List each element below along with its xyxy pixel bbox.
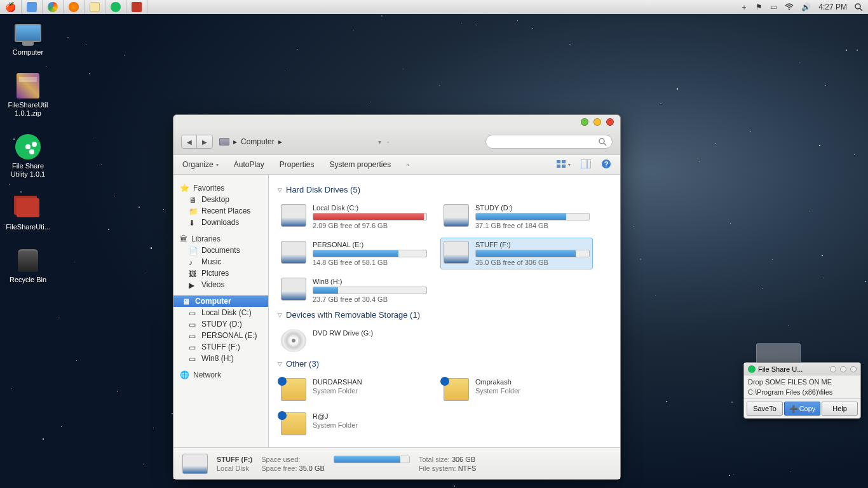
recent-icon: 📁	[189, 207, 198, 215]
sidebar-item-computer[interactable]: 🖥Computer	[173, 295, 268, 307]
command-bar: Organize▾ AutoPlay Properties System pro…	[173, 154, 620, 175]
drive-item[interactable]: STUDY (D:)37.1 GB free of 184 GB	[440, 201, 593, 233]
computer-icon: 🖥	[182, 297, 191, 305]
back-button[interactable]: ◀	[182, 135, 197, 148]
clock[interactable]: 4:27 PM	[818, 3, 847, 11]
group-hdd-head[interactable]: Hard Disk Drives (5)	[278, 185, 611, 194]
titlebar[interactable]	[173, 115, 620, 129]
chrome-icon[interactable]	[43, 0, 64, 14]
desktop-icon-fileshare[interactable]: File Share Utility 1.0.1	[3, 133, 53, 179]
drive-item[interactable]: OmprakashSystem Folder	[440, 375, 593, 404]
drive-item[interactable]: Local Disk (C:)2.09 GB free of 97.6 GB	[278, 201, 430, 233]
sidebar-item-drive-c[interactable]: ▭Local Disk (C:)	[173, 307, 268, 318]
drive-icon	[281, 412, 306, 435]
svg-rect-8	[562, 165, 566, 168]
doc-icon: 📄	[189, 247, 198, 254]
notes-icon[interactable]	[85, 0, 105, 14]
drive-item[interactable]: STUFF (F:)35.0 GB free of 306 GB	[440, 238, 593, 269]
desktop-icon-recycle[interactable]: Recycle Bin	[3, 247, 53, 284]
download-icon: ⬇	[189, 219, 198, 226]
drive-item[interactable]: PERSONAL (E:)14.8 GB free of 58.1 GB	[278, 238, 430, 269]
sidebar-item-recent[interactable]: 📁Recent Places	[173, 205, 268, 217]
app-icon[interactable]	[126, 0, 147, 14]
drive-item[interactable]: DVD RW Drive (G:)	[278, 326, 430, 355]
svg-rect-9	[581, 159, 591, 168]
library-icon: 🏛	[180, 234, 187, 243]
preview-pane-icon[interactable]	[581, 159, 591, 170]
drive-free: 14.8 GB free of 58.1 GB	[313, 259, 427, 266]
desktop-icon-computer[interactable]: Computer	[3, 19, 53, 57]
maximize-icon[interactable]	[593, 118, 601, 126]
apple-menu-icon[interactable]: 🍎	[0, 0, 22, 14]
fileshare-titlebar[interactable]: File Share U...	[744, 363, 860, 376]
drive-item[interactable]: R@JSystem Folder	[278, 409, 430, 438]
svg-point-1	[855, 4, 860, 9]
view-icon[interactable]: ▾	[557, 160, 571, 169]
volume-icon[interactable]: 🔊	[801, 3, 811, 11]
sidebar-item-music[interactable]: ♪Music	[173, 256, 268, 268]
flag-icon[interactable]: ⚑	[756, 3, 763, 11]
sidebar-libraries-head[interactable]: 🏛Libraries	[173, 233, 268, 245]
properties-button[interactable]: Properties	[280, 160, 315, 169]
music-icon: ♪	[189, 258, 198, 266]
sidebar-item-drive-f[interactable]: ▭STUFF (F:)	[173, 341, 268, 353]
sidebar-item-videos[interactable]: ▶Videos	[173, 279, 268, 290]
forward-button[interactable]: ▶	[197, 135, 212, 148]
sidebar-network-head[interactable]: 🌐Network	[173, 369, 268, 381]
organize-menu[interactable]: Organize▾	[182, 160, 219, 169]
drive-icon	[281, 241, 306, 264]
sidebar-item-documents[interactable]: 📄Documents	[173, 245, 268, 256]
add-icon[interactable]: ＋	[740, 2, 748, 13]
saveto-button[interactable]: SaveTo	[747, 402, 783, 416]
drive-sub: System Folder	[475, 387, 590, 395]
search-icon[interactable]	[855, 3, 863, 11]
minimize-icon[interactable]	[830, 366, 836, 372]
app-icon	[748, 365, 756, 373]
group-removable-head[interactable]: Devices with Removable Storage (1)	[278, 310, 611, 320]
share-icon[interactable]	[105, 0, 126, 14]
sidebar-item-downloads[interactable]: ⬇Downloads	[173, 217, 268, 228]
drive-name: STUDY (D:)	[475, 204, 590, 212]
explorer-window: ◀ ▶ ▸ Computer ▸ ▾ ◦ Organize▾ AutoPlay …	[173, 114, 621, 480]
battery-icon[interactable]: ▭	[770, 3, 777, 11]
desktop-icons: Computer FileShareUtil 1.0.1.zip File Sh…	[3, 19, 53, 284]
finder-icon[interactable]	[22, 0, 43, 14]
sidebar-item-drive-e[interactable]: ▭PERSONAL (E:)	[173, 330, 268, 341]
drive-icon	[182, 454, 208, 474]
drive-sub: System Folder	[313, 421, 427, 429]
breadcrumb-label: Computer	[241, 137, 275, 146]
star-icon: ⭐	[180, 184, 189, 193]
drive-item[interactable]: Win8 (H:)23.7 GB free of 30.4 GB	[278, 274, 430, 306]
drive-free: 35.0 GB free of 306 GB	[475, 259, 590, 266]
drive-name: Win8 (H:)	[313, 278, 427, 285]
breadcrumb[interactable]: ▸ Computer ▸	[219, 137, 282, 146]
fileshare-title: File Share U...	[758, 365, 803, 373]
maximize-icon[interactable]	[840, 366, 846, 372]
group-other-head[interactable]: Other (3)	[278, 359, 611, 369]
close-icon[interactable]	[606, 118, 614, 126]
help-button[interactable]: Help	[822, 402, 858, 416]
search-input[interactable]	[485, 135, 613, 149]
sidebar-item-pictures[interactable]: 🖼Pictures	[173, 268, 268, 279]
firefox-icon[interactable]	[64, 0, 85, 14]
desktop-icon-zip[interactable]: FileShareUtil 1.0.1.zip	[3, 72, 53, 118]
sidebar-item-drive-d[interactable]: ▭STUDY (D:)	[173, 318, 268, 330]
drive-name: Local Disk (C:)	[313, 204, 427, 212]
minimize-icon[interactable]	[581, 118, 588, 126]
dropdown-icon[interactable]: ▾ ◦	[378, 139, 389, 146]
drive-icon	[444, 241, 469, 264]
desktop-icon-folder[interactable]: FileShareUti...	[3, 194, 53, 231]
sidebar-favorites-head[interactable]: ⭐Favorites	[173, 182, 268, 194]
help-icon[interactable]: ?	[601, 159, 611, 171]
fileshare-drop-label: Drop SOME FILES ON ME	[748, 378, 857, 386]
svg-line-4	[604, 143, 606, 146]
close-icon[interactable]	[850, 366, 857, 372]
wifi-icon[interactable]	[785, 3, 794, 11]
system-properties-button[interactable]: System properties	[329, 160, 391, 169]
drive-item[interactable]: DURDARSHANSystem Folder	[278, 375, 430, 404]
svg-text:?: ?	[604, 160, 609, 168]
copy-button[interactable]: ➕Copy	[784, 402, 820, 416]
sidebar-item-desktop[interactable]: 🖥Desktop	[173, 194, 268, 205]
sidebar-item-drive-h[interactable]: ▭Win8 (H:)	[173, 353, 268, 364]
autoplay-button[interactable]: AutoPlay	[234, 160, 264, 169]
